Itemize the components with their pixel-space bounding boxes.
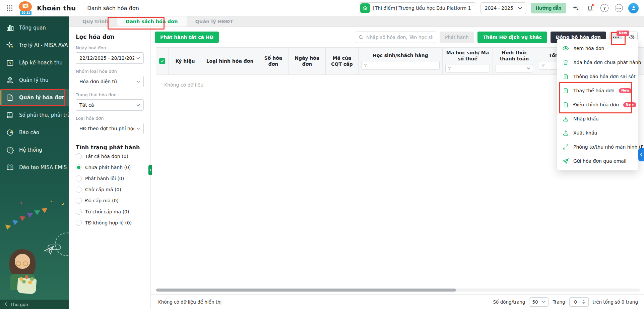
hand-coin-icon bbox=[6, 76, 14, 84]
menu-item-dieu-chinh-hoa-don[interactable]: Điều chỉnh hóa đơn New bbox=[557, 98, 638, 112]
scrollbar-thumb[interactable] bbox=[156, 289, 456, 292]
filter-collapse-handle[interactable] bbox=[148, 165, 152, 175]
issue-all-button[interactable]: Phát hành tất cả HĐ bbox=[155, 32, 219, 43]
column-filter-select[interactable] bbox=[496, 64, 533, 72]
page-stepper[interactable] bbox=[582, 300, 585, 304]
ai-wand-icon[interactable] bbox=[571, 3, 581, 13]
guide-button[interactable]: Hướng dẫn bbox=[531, 3, 566, 13]
sidebar-item-dao-tao[interactable]: Đào tạo MISA EMIS bbox=[0, 159, 69, 176]
sidebar-item-label: Trợ lý AI - MISA AVA bbox=[19, 42, 68, 48]
horizontal-scrollbar[interactable] bbox=[156, 289, 640, 292]
invoice-date-select[interactable]: 22/12/2025 - 28/12/2025 bbox=[76, 52, 144, 64]
collapse-label: Thu gọn bbox=[10, 302, 28, 307]
app-logo: 20-11 bbox=[18, 1, 34, 15]
check-icon bbox=[160, 59, 164, 63]
export-icon bbox=[562, 130, 569, 136]
total-pages-label: trên tổng số 0 trang bbox=[593, 299, 638, 305]
home-icon bbox=[360, 3, 370, 13]
sidebar-item-lap-ke-hoach-thu[interactable]: Lập kế hoạch thu bbox=[0, 54, 69, 71]
document-icon bbox=[562, 74, 569, 80]
radio-all-invoices[interactable]: Tất cả hóa đơn (0) bbox=[76, 151, 144, 162]
chevron-down-icon bbox=[542, 301, 545, 303]
invoice-group-select[interactable]: Hóa đơn điện tử bbox=[76, 76, 144, 87]
ellipsis-icon bbox=[613, 37, 619, 38]
add-service-invoice-button[interactable]: Thêm HĐ dịch vụ khác bbox=[477, 32, 547, 43]
send-email-icon bbox=[562, 158, 569, 164]
tab-quy-trinh[interactable]: Quy trình bbox=[74, 16, 117, 27]
sidebar-item-bao-cao[interactable]: Báo cáo bbox=[0, 124, 69, 141]
pagination-bar: Không có dữ liệu để hiển thị Số dòng/tra… bbox=[151, 294, 644, 309]
radio-icon bbox=[76, 198, 82, 204]
menu-item-xoa-hoa-don[interactable]: Xóa hóa đơn chưa phát hành bbox=[557, 55, 638, 69]
app-grid-icon[interactable] bbox=[5, 4, 14, 12]
import-icon bbox=[562, 116, 569, 122]
rows-per-page-select[interactable]: 50 bbox=[529, 297, 549, 307]
sidebar-illustration bbox=[0, 199, 69, 300]
sidebar-collapse-button[interactable]: Thu gọn bbox=[0, 300, 69, 309]
column-header[interactable]: Học sinh/Khách hàng bbox=[359, 48, 443, 74]
radio-code-refused[interactable]: Từ chối cấp mã (0) bbox=[76, 206, 144, 217]
sidebar-item-he-thong[interactable]: Hệ thống bbox=[0, 141, 69, 159]
column-header[interactable]: Ký hiệu bbox=[169, 48, 202, 74]
pie-chart-icon bbox=[6, 128, 14, 137]
notifications-bell-icon[interactable] bbox=[585, 3, 595, 13]
tab-quan-ly-hddt[interactable]: Quản lý HĐĐT bbox=[187, 16, 242, 27]
filter-panel: Lọc hóa đơn Ngày hoá đơn 22/12/2025 - 28… bbox=[69, 27, 151, 309]
column-header[interactable]: Số hóa đơn bbox=[258, 48, 289, 74]
more-actions-menu: Xem hóa đơn Xóa hóa đơn chưa phát hành T… bbox=[557, 39, 638, 170]
sidebar-item-quan-ly-hoa-don[interactable]: Quản lý hóa đơn bbox=[0, 89, 69, 106]
year-selector[interactable]: 2024 - 2025 bbox=[480, 2, 526, 14]
eye-icon bbox=[562, 45, 569, 52]
right-panel-collapse-tab[interactable] bbox=[638, 148, 644, 161]
radio-invalid[interactable]: TĐ không hợp lệ (0) bbox=[76, 217, 144, 228]
school-selector[interactable]: [Thí điểm] Trường tiểu học Edu Platform … bbox=[359, 2, 476, 14]
menu-item-xuat-khau[interactable]: Xuất khẩu bbox=[557, 126, 638, 140]
user-avatar[interactable] bbox=[628, 3, 639, 13]
tab-danh-sach-hoa-don[interactable]: Danh sách hóa đơn bbox=[117, 16, 187, 27]
help-icon[interactable]: ? bbox=[599, 3, 609, 13]
column-header[interactable]: Hình thức thanh toán bbox=[493, 48, 536, 74]
filter-label: Ngày hoá đơn bbox=[76, 45, 144, 50]
radio-issue-error[interactable]: Phát hành lỗi (0) bbox=[76, 173, 144, 184]
chevron-down-icon bbox=[136, 104, 140, 106]
column-header[interactable]: Mã của CQT cấp bbox=[326, 48, 359, 74]
column-header[interactable]: Loại hình hóa đơn bbox=[202, 48, 258, 74]
page-label: Trang bbox=[553, 299, 565, 305]
select-all-checkbox[interactable] bbox=[159, 58, 165, 64]
radio-not-issued[interactable]: Chưa phát hành (0) bbox=[76, 162, 144, 173]
column-header[interactable]: Ngày hóa đơn bbox=[289, 48, 326, 74]
menu-item-nhap-khau[interactable]: Nhập khẩu bbox=[557, 112, 638, 126]
menu-item-xem-hoa-don[interactable]: Xem hóa đơn bbox=[557, 41, 638, 55]
column-filter-input[interactable] bbox=[361, 61, 440, 70]
sidebar-item-tro-ly-ai[interactable]: Trợ lý AI - MISA AVA bbox=[0, 37, 69, 54]
menu-item-phong-to-thu-nho[interactable]: Phóng to/thu nhỏ màn hình (F11) bbox=[557, 140, 638, 154]
sidebar-item-quan-ly-thu[interactable]: Quản lý thu bbox=[0, 71, 69, 89]
search-input[interactable] bbox=[366, 35, 433, 40]
radio-icon bbox=[76, 209, 82, 215]
sidebar-item-so-phai-thu[interactable]: Sổ phải thu, phải trả bbox=[0, 106, 69, 124]
more-options-icon[interactable] bbox=[614, 3, 624, 13]
menu-item-thay-the-hoa-don[interactable]: Thay thế hóa đơn New bbox=[557, 84, 638, 98]
calendar-money-icon bbox=[6, 59, 14, 67]
document-icon bbox=[562, 88, 569, 94]
issue-button[interactable]: Phát hành bbox=[440, 32, 474, 43]
chevron-left-icon bbox=[4, 302, 7, 306]
sidebar-item-tong-quan[interactable]: Tổng quan bbox=[0, 19, 69, 37]
radio-code-granted[interactable]: Đã cấp mã (0) bbox=[76, 195, 144, 206]
radio-icon bbox=[76, 220, 82, 226]
chevron-down-icon bbox=[136, 81, 140, 83]
menu-item-thong-bao-sai-sot[interactable]: Thông báo hóa đơn sai sót bbox=[557, 69, 638, 84]
page-number-input[interactable] bbox=[570, 299, 582, 305]
filter-title: Lọc hóa đơn bbox=[76, 34, 144, 40]
sidebar-item-label: Lập kế hoạch thu bbox=[19, 60, 63, 66]
invoice-type-select[interactable]: HĐ theo đợt thu phí học sinh bbox=[76, 123, 144, 134]
menu-item-gui-email[interactable]: Gửi hóa đơn qua email bbox=[557, 154, 638, 168]
radio-icon bbox=[76, 153, 82, 159]
column-header[interactable]: Mã học sinh/ Mã số thuế bbox=[443, 48, 493, 74]
radio-waiting-code[interactable]: Chờ cấp mã (0) bbox=[76, 184, 144, 195]
invoice-status-select[interactable]: Tất cả bbox=[76, 99, 144, 111]
column-filter-input[interactable] bbox=[445, 64, 490, 72]
chevron-left-icon bbox=[640, 153, 642, 156]
search-box[interactable] bbox=[355, 32, 436, 43]
chevron-down-icon bbox=[527, 67, 530, 69]
